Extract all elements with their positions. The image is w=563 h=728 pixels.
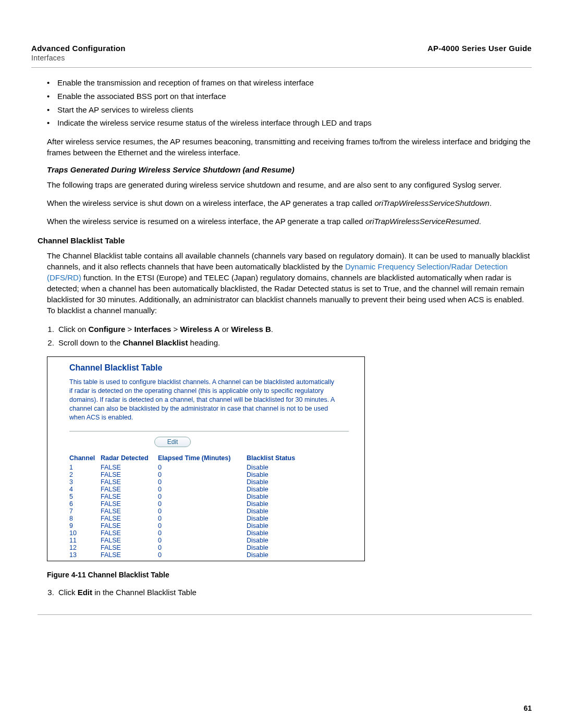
table-cell: FALSE <box>101 464 158 471</box>
table-cell: 0 <box>158 522 247 529</box>
table-cell: Disable <box>247 478 320 486</box>
table-cell: FALSE <box>101 478 158 486</box>
figure-description: This table is used to configure blacklis… <box>69 378 335 422</box>
list-item: Click on Configure > Interfaces > Wirele… <box>56 323 532 336</box>
list-item: Enable the transmission and reception of… <box>47 77 532 89</box>
step3-post: in the Channel Blacklist Table <box>92 588 197 597</box>
trap-shutdown-name: oriTrapWirelessServiceShutdown <box>374 199 489 207</box>
table-cell: FALSE <box>101 471 158 478</box>
figure-title: Channel Blacklist Table <box>69 363 349 373</box>
table-cell: 10 <box>69 529 101 537</box>
table-cell: 0 <box>158 471 247 478</box>
table-cell: Disable <box>247 544 320 551</box>
table-cell: 0 <box>158 493 247 500</box>
table-cell: Disable <box>247 551 320 559</box>
table-cell: Disable <box>247 515 320 522</box>
table-row: 9FALSE0Disable <box>69 522 320 529</box>
table-cell: 7 <box>69 508 101 515</box>
table-cell: 3 <box>69 478 101 486</box>
step1-wirelessa: Wireless A <box>180 325 219 334</box>
header-rule <box>31 67 532 68</box>
trap-resume: When the wireless service is resumed on … <box>47 216 532 227</box>
step3-pre: Click <box>58 588 78 597</box>
table-cell: 12 <box>69 544 101 551</box>
footer-rule <box>38 614 532 615</box>
table-cell: 9 <box>69 522 101 529</box>
table-cell: 0 <box>158 508 247 515</box>
step1-gt1: > <box>125 325 134 334</box>
table-cell: 5 <box>69 493 101 500</box>
step2-b: Channel Blacklist <box>123 338 188 347</box>
page-header-left: Advanced Configuration <box>31 44 126 53</box>
table-cell: FALSE <box>101 500 158 508</box>
table-cell: FALSE <box>101 515 158 522</box>
table-cell: 0 <box>158 500 247 508</box>
step1-wirelessb: Wireless B <box>231 325 271 334</box>
table-row: 11FALSE0Disable <box>69 537 320 544</box>
after-resume-paragraph: After wireless service resumes, the AP r… <box>47 136 532 158</box>
table-cell: 13 <box>69 551 101 559</box>
table-cell: 11 <box>69 537 101 544</box>
blacklist-para-post: function. In the ETSI (Europe) and TELEC… <box>47 273 524 315</box>
table-row: 13FALSE0Disable <box>69 551 320 559</box>
step1-configure: Configure <box>89 325 126 334</box>
list-item: Enable the associated BSS port on that i… <box>47 91 532 102</box>
table-cell: Disable <box>247 522 320 529</box>
page-subheader: Interfaces <box>31 54 532 62</box>
table-cell: Disable <box>247 464 320 471</box>
table-row: 7FALSE0Disable <box>69 508 320 515</box>
table-cell: Disable <box>247 493 320 500</box>
step1-gt2: > <box>171 325 180 334</box>
col-channel: Channel <box>69 453 101 464</box>
col-elapsed: Elapsed Time (Minutes) <box>158 453 247 464</box>
trap-shutdown: When the wireless service is shut down o… <box>47 198 532 208</box>
table-cell: 4 <box>69 486 101 493</box>
traps-heading: Traps Generated During Wireless Service … <box>47 165 532 174</box>
figure-blacklist: Channel Blacklist Table This table is us… <box>47 356 365 561</box>
table-cell: Disable <box>247 508 320 515</box>
step1-interfaces: Interfaces <box>134 325 171 334</box>
table-cell: 6 <box>69 500 101 508</box>
list-item: Start the AP services to wireless client… <box>47 104 532 116</box>
table-cell: 0 <box>158 478 247 486</box>
table-cell: FALSE <box>101 508 158 515</box>
table-row: 5FALSE0Disable <box>69 493 320 500</box>
list-item: Click Edit in the Channel Blacklist Tabl… <box>56 586 532 599</box>
table-cell: 0 <box>158 544 247 551</box>
table-cell: 1 <box>69 464 101 471</box>
step2-pre: Scroll down to the <box>58 338 123 347</box>
table-row: 3FALSE0Disable <box>69 478 320 486</box>
table-cell: FALSE <box>101 522 158 529</box>
table-cell: Disable <box>247 471 320 478</box>
trap-shutdown-pre: When the wireless service is shut down o… <box>47 199 374 207</box>
table-cell: 0 <box>158 529 247 537</box>
table-cell: 8 <box>69 515 101 522</box>
table-cell: 0 <box>158 551 247 559</box>
table-row: 6FALSE0Disable <box>69 500 320 508</box>
blacklist-paragraph: The Channel Blacklist table contains all… <box>47 250 532 316</box>
table-row: 12FALSE0Disable <box>69 544 320 551</box>
col-status: Blacklist Status <box>247 453 320 464</box>
table-row: 1FALSE0Disable <box>69 464 320 471</box>
trap-resume-pre: When the wireless service is resumed on … <box>47 217 365 226</box>
table-row: 10FALSE0Disable <box>69 529 320 537</box>
table-cell: FALSE <box>101 486 158 493</box>
table-cell: Disable <box>247 537 320 544</box>
table-cell: FALSE <box>101 551 158 559</box>
list-item: Indicate the wireless service resume sta… <box>47 117 532 129</box>
table-cell: Disable <box>247 529 320 537</box>
figure-caption: Figure 4-11 Channel Blacklist Table <box>47 571 532 579</box>
table-cell: 0 <box>158 486 247 493</box>
table-cell: 0 <box>158 515 247 522</box>
table-cell: FALSE <box>101 544 158 551</box>
table-row: 2FALSE0Disable <box>69 471 320 478</box>
step3-b: Edit <box>78 588 92 597</box>
edit-button[interactable]: Edit <box>154 437 191 447</box>
trap-resume-name: oriTrapWirelessServiceResumed <box>365 217 479 226</box>
col-radar: Radar Detected <box>101 453 158 464</box>
table-row: 4FALSE0Disable <box>69 486 320 493</box>
traps-intro: The following traps are generated during… <box>47 179 532 190</box>
steps-list-cont: Click Edit in the Channel Blacklist Tabl… <box>56 586 532 599</box>
page-header-right: AP-4000 Series User Guide <box>427 44 532 53</box>
blacklist-heading: Channel Blacklist Table <box>38 236 532 245</box>
